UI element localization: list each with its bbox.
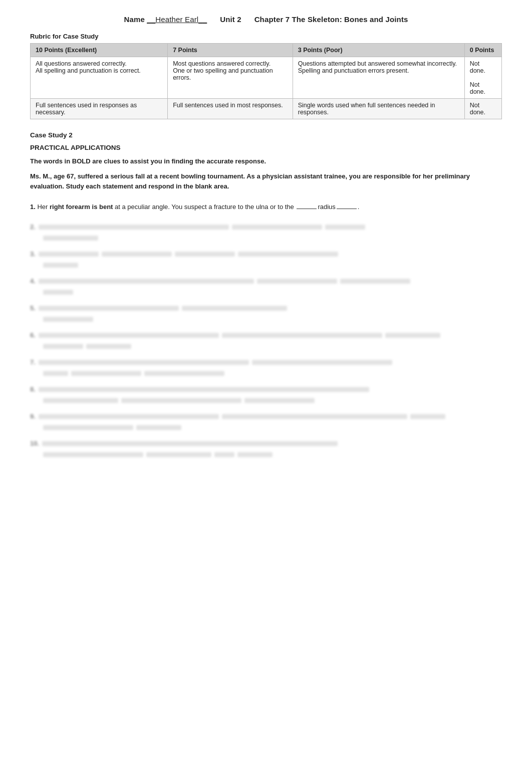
chapter-label: Chapter 7 The Skeleton: Bones and Joints — [254, 15, 408, 24]
col-header-1: 7 Points — [168, 44, 293, 57]
col-header-0: 10 Points (Excellent) — [31, 44, 168, 57]
name-label: Name — [124, 15, 144, 24]
col-header-2: 3 Points (Poor) — [293, 44, 464, 57]
row1-col2: Most questions answered correctly.One or… — [168, 57, 293, 99]
blurred-question-8: 8. — [30, 383, 502, 403]
unit-label: Unit 2 — [220, 15, 241, 24]
row1-col4: Not done.Not done. — [464, 57, 501, 99]
table-row: Full sentences used in responses as nece… — [31, 99, 502, 119]
rubric-table: 10 Points (Excellent) 7 Points 3 Points … — [30, 43, 502, 119]
row2-col2: Full sentences used in most responses. — [168, 99, 293, 119]
rubric-title: Rubric for Case Study — [30, 33, 502, 40]
case-study-title: Case Study 2 — [30, 131, 502, 139]
section-label: PRACTICAL APPLICATIONS — [30, 144, 502, 151]
header: Name __Heather Earl__ Unit 2 Chapter 7 T… — [30, 15, 502, 24]
blurred-question-9: 9. — [30, 410, 502, 430]
question-1: 1. Her right forearm is bent at a peculi… — [30, 202, 502, 213]
table-row: All questions answered correctly.All spe… — [31, 57, 502, 99]
blurred-question-3: 3. — [30, 248, 502, 268]
blurred-questions-container: 2.3.4.5.6.7.8.9.10. — [30, 221, 502, 457]
case-intro: Ms. M., age 67, suffered a serious fall … — [30, 171, 502, 192]
blurred-question-4: 4. — [30, 275, 502, 295]
instructions: The words in BOLD are clues to assist yo… — [30, 156, 502, 166]
q1-blank2[interactable] — [337, 209, 357, 209]
row2-col3: Single words used when full sentences ne… — [293, 99, 464, 119]
q1-bold: right forearm is bent — [50, 203, 113, 211]
row2-col4: Not done. — [464, 99, 501, 119]
row1-col1: All questions answered correctly.All spe… — [31, 57, 168, 99]
q1-text: at a peculiar angle. You suspect a fract… — [115, 203, 294, 211]
name-value: __Heather Earl__ — [147, 15, 207, 24]
blurred-question-2: 2. — [30, 221, 502, 241]
row2-col1: Full sentences used in responses as nece… — [31, 99, 168, 119]
blurred-question-5: 5. — [30, 302, 502, 322]
q1-blank1[interactable] — [297, 209, 317, 209]
q1-number: 1. — [30, 203, 36, 211]
blurred-question-10: 10. — [30, 437, 502, 457]
row1-col3: Questions attempted but answered somewha… — [293, 57, 464, 99]
blurred-question-7: 7. — [30, 356, 502, 376]
blurred-question-6: 6. — [30, 329, 502, 349]
col-header-3: 0 Points — [464, 44, 501, 57]
